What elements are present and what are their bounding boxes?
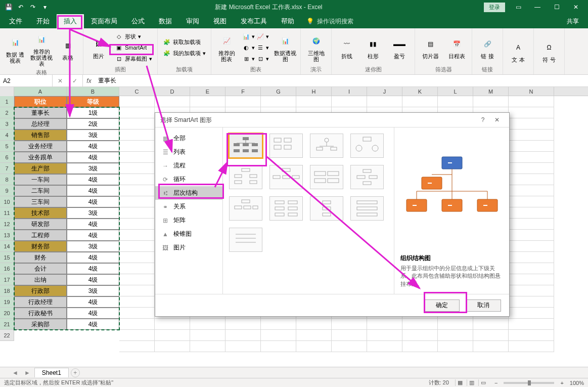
smartart-thumb-org-chart[interactable] [229, 134, 262, 158]
cell-C4[interactable] [119, 130, 155, 141]
cancel-button[interactable]: 取消 [466, 299, 501, 312]
cell-I21[interactable] [332, 319, 367, 330]
cell-A5[interactable]: 业务经理 [14, 141, 67, 152]
smartart-thumb[interactable] [350, 134, 384, 158]
cat-relationship[interactable]: ⚭关系 [155, 200, 222, 213]
screenshot-button[interactable]: ⊡屏幕截图 ▾ [113, 54, 154, 64]
symbol-button[interactable]: Ω符 号 [537, 38, 561, 64]
cat-list[interactable]: ☰列表 [155, 145, 222, 159]
cell-E1[interactable] [190, 96, 225, 107]
row-header-18[interactable]: 18 [0, 285, 14, 296]
cell-N4[interactable] [509, 130, 554, 141]
col-header-N[interactable]: N [509, 87, 554, 96]
cell-N8[interactable] [509, 174, 554, 185]
cell-N15[interactable] [509, 252, 554, 263]
col-header-E[interactable]: E [190, 87, 225, 96]
cell-I23[interactable] [332, 341, 367, 352]
slicer-button[interactable]: ▤切片器 [418, 35, 442, 60]
recommended-charts-button[interactable]: 📈推荐的 图表 [214, 32, 239, 63]
cell-N14[interactable] [509, 241, 554, 252]
cell-F22[interactable] [225, 330, 261, 341]
select-all-corner[interactable] [0, 87, 14, 96]
sparkline-winloss-button[interactable]: ▬▬盈亏 [387, 35, 412, 60]
cell-B10[interactable]: 4级 [67, 196, 119, 207]
cell-B9[interactable]: 4级 [67, 185, 119, 196]
smartart-thumb[interactable] [269, 134, 303, 158]
smartart-button[interactable]: ▣SmartArt [113, 42, 154, 53]
cell-B12[interactable]: 4级 [67, 219, 119, 230]
cell-C21[interactable] [119, 319, 155, 330]
tab-data[interactable]: 数据 [152, 14, 179, 28]
cell-N1[interactable] [509, 96, 554, 107]
cell-N10[interactable] [509, 196, 554, 207]
sheet-nav-next[interactable]: ► [22, 369, 32, 376]
cell-N2[interactable] [509, 107, 554, 118]
cell-M23[interactable] [473, 341, 509, 352]
cell-A8[interactable]: 一车间 [14, 174, 67, 185]
qat-dropdown-icon[interactable]: ▾ [40, 3, 50, 12]
cell-A9[interactable]: 二车间 [14, 185, 67, 196]
view-normal-icon[interactable]: ▦ [455, 379, 465, 386]
cell-A7[interactable]: 生产部 [14, 163, 67, 174]
cat-process[interactable]: →流程 [155, 159, 222, 173]
cell-E23[interactable] [190, 341, 225, 352]
cell-C12[interactable] [119, 219, 155, 230]
cell-D23[interactable] [155, 341, 190, 352]
cell-C2[interactable] [119, 107, 155, 118]
cell-A10[interactable]: 三车间 [14, 196, 67, 207]
cell-B4[interactable]: 3级 [67, 130, 119, 141]
col-header-F[interactable]: F [225, 87, 261, 96]
cell-C6[interactable] [119, 152, 155, 163]
confirm-entry-icon[interactable]: ✓ [72, 77, 77, 84]
row-header-19[interactable]: 19 [0, 296, 14, 308]
zoom-level[interactable]: 100% [570, 380, 584, 386]
row-header-6[interactable]: 6 [0, 152, 14, 163]
cat-pyramid[interactable]: ▲棱锥图 [155, 227, 222, 241]
ok-button[interactable]: 确定 [424, 299, 460, 312]
row-header-11[interactable]: 11 [0, 207, 14, 219]
cell-E22[interactable] [190, 330, 225, 341]
cell-G23[interactable] [261, 341, 296, 352]
cell-N23[interactable] [509, 341, 554, 352]
undo-icon[interactable]: ↶ [16, 3, 25, 12]
cell-A18[interactable]: 行政部 [14, 285, 67, 296]
row-header-22[interactable]: 22 [0, 330, 14, 341]
col-header-B[interactable]: B [67, 87, 119, 96]
chart-type-2[interactable]: ◐▾ ☰▾ [241, 42, 271, 53]
col-header-L[interactable]: L [438, 87, 473, 96]
cell-B14[interactable]: 3级 [67, 241, 119, 252]
cell-B18[interactable]: 3级 [67, 285, 119, 296]
cell-N12[interactable] [509, 219, 554, 230]
cell-A13[interactable]: 工程师 [14, 230, 67, 241]
cell-B3[interactable]: 2级 [67, 118, 119, 130]
col-header-K[interactable]: K [402, 87, 438, 96]
chart-type-1[interactable]: 📊▾ 📈▾ [241, 31, 271, 41]
tab-view[interactable]: 视图 [206, 14, 234, 28]
sparkline-line-button[interactable]: 〰折线 [335, 35, 359, 60]
cell-A2[interactable]: 董事长 [14, 107, 67, 118]
tab-developer[interactable]: 发布工具 [234, 14, 274, 28]
timeline-button[interactable]: 📅日程表 [444, 35, 469, 60]
chart-type-3[interactable]: ⊞▾ ⊡▾ [241, 54, 271, 64]
tab-formulas[interactable]: 公式 [124, 14, 152, 28]
sparkline-column-button[interactable]: ▮▮柱形 [361, 35, 385, 60]
col-header-J[interactable]: J [367, 87, 402, 96]
table-button[interactable]: ▦表格 [56, 36, 80, 62]
cell-L23[interactable] [438, 341, 473, 352]
cell-N21[interactable] [509, 319, 554, 330]
row-header-16[interactable]: 16 [0, 263, 14, 274]
cell-H22[interactable] [296, 330, 332, 341]
close-icon[interactable]: ✕ [567, 1, 585, 13]
cell-N6[interactable] [509, 152, 554, 163]
sheet-nav-prev[interactable]: ◄ [10, 369, 20, 376]
cell-K23[interactable] [402, 341, 438, 352]
cell-B7[interactable]: 3级 [67, 163, 119, 174]
cell-C19[interactable] [119, 296, 155, 308]
get-addins-button[interactable]: 🧩获取加载项 [161, 37, 208, 47]
cell-L21[interactable] [438, 319, 473, 330]
cell-A20[interactable]: 行政秘书 [14, 308, 67, 319]
dialog-help-icon[interactable]: ? [476, 116, 490, 123]
row-header-17[interactable]: 17 [0, 274, 14, 285]
cell-A15[interactable]: 财务 [14, 252, 67, 263]
cell-B6[interactable]: 4级 [67, 152, 119, 163]
